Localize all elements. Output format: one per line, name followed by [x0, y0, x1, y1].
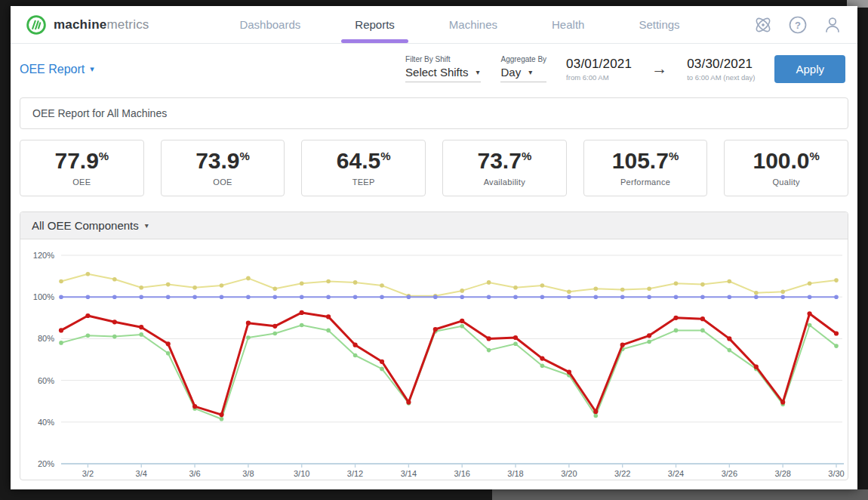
series-performance — [59, 272, 839, 298]
report-title-card: OEE Report for All Machines — [20, 97, 848, 129]
svg-text:100%: 100% — [33, 292, 54, 301]
series-oee — [59, 310, 839, 416]
y-gridlines: 120%100%80%60%40%20% — [33, 251, 842, 468]
metric-cards-row: 77.9%OEE73.9%OOE64.5%TEEP73.7%Availabili… — [20, 140, 848, 196]
metric-card-quality: 100.0%Quality — [724, 140, 848, 196]
main-nav-tabs: DashboardsReportsMachinesHealthSettings — [190, 6, 729, 43]
series-quality — [59, 295, 839, 299]
metric-label: OOE — [162, 177, 285, 187]
metric-value: 73.7% — [443, 149, 566, 173]
metric-value: 64.5% — [302, 149, 425, 173]
brand-logo[interactable]: machinemetrics — [26, 14, 190, 35]
metric-value: 77.9% — [20, 149, 143, 173]
svg-text:3/6: 3/6 — [189, 469, 200, 478]
svg-text:3/2: 3/2 — [82, 469, 94, 478]
svg-text:3/18: 3/18 — [507, 469, 523, 478]
svg-text:3/26: 3/26 — [722, 469, 737, 478]
aggregate-select[interactable]: Day ▾ — [500, 65, 546, 82]
desktop-taskbar-strip — [492, 489, 868, 500]
report-type-dropdown[interactable]: OEE Report ▾ — [20, 63, 94, 76]
x-axis: 3/23/43/63/83/103/123/143/163/183/203/22… — [61, 463, 845, 478]
report-type-label: OEE Report — [20, 63, 85, 76]
chart-area: 120%100%80%60%40%20%3/23/43/63/83/103/12… — [20, 239, 848, 481]
metric-percent-sign: % — [99, 150, 109, 162]
tab-settings[interactable]: Settings — [639, 6, 679, 43]
svg-text:120%: 120% — [33, 251, 54, 260]
oee-components-chart[interactable]: 120%100%80%60%40%20%3/23/43/63/83/103/12… — [20, 239, 848, 480]
apply-button[interactable]: Apply — [774, 55, 845, 83]
metric-percent-sign: % — [240, 150, 250, 162]
metric-card-ooe: 73.9%OOE — [161, 140, 285, 196]
arrow-right-icon: → — [651, 55, 667, 78]
metric-percent-sign: % — [380, 150, 390, 162]
svg-text:3/28: 3/28 — [774, 469, 790, 478]
chevron-down-icon: ▾ — [528, 68, 532, 76]
tab-reports[interactable]: Reports — [355, 6, 395, 43]
metric-label: Performance — [584, 177, 707, 187]
svg-text:3/20: 3/20 — [561, 469, 577, 478]
svg-text:3/12: 3/12 — [347, 469, 363, 478]
chevron-down-icon: ▾ — [476, 68, 479, 76]
svg-text:3/14: 3/14 — [401, 469, 417, 478]
machinemetrics-logo-icon — [26, 14, 47, 35]
svg-text:3/16: 3/16 — [454, 469, 469, 478]
chart-title: All OEE Components — [32, 219, 139, 232]
tab-dashboards[interactable]: Dashboards — [239, 6, 300, 43]
svg-text:3/4: 3/4 — [136, 469, 147, 478]
tab-health[interactable]: Health — [552, 6, 584, 43]
metric-label: TEEP — [302, 177, 425, 187]
brand-name: machinemetrics — [54, 17, 149, 32]
svg-text:3/24: 3/24 — [668, 469, 684, 478]
metric-card-performance: 105.7%Performance — [583, 140, 708, 196]
filter-bar: OEE Report ▾ Filter By Shift Select Shif… — [11, 44, 857, 94]
chart-type-dropdown[interactable]: All OEE Components ▾ — [20, 212, 848, 239]
svg-text:40%: 40% — [38, 417, 54, 426]
start-date-field[interactable]: 03/01/2021 from 6:00 AM — [566, 55, 632, 82]
top-nav: machinemetrics DashboardsReportsMachines… — [11, 6, 857, 44]
metric-card-oee: 77.9%OEE — [20, 140, 144, 196]
svg-text:3/30: 3/30 — [828, 469, 844, 478]
filter-controls: Filter By Shift Select Shifts ▾ Aggregat… — [405, 55, 845, 83]
svg-text:60%: 60% — [38, 375, 54, 384]
metric-value: 100.0% — [725, 149, 848, 173]
metric-card-teep: 64.5%TEEP — [301, 140, 426, 196]
metric-value: 105.7% — [584, 149, 707, 173]
help-icon[interactable]: ? — [788, 15, 808, 35]
chevron-down-icon: ▾ — [145, 221, 149, 230]
svg-text:3/22: 3/22 — [614, 469, 630, 478]
metric-percent-sign: % — [522, 150, 531, 162]
report-title: OEE Report for All Machines — [32, 107, 167, 119]
svg-text:20%: 20% — [38, 459, 54, 468]
shift-filter: Filter By Shift Select Shifts ▾ — [405, 55, 481, 82]
app-window: machinemetrics DashboardsReportsMachines… — [11, 6, 857, 489]
svg-text:?: ? — [795, 19, 801, 30]
metric-label: OEE — [20, 177, 143, 187]
user-icon[interactable] — [823, 15, 842, 35]
chevron-down-icon: ▾ — [90, 64, 94, 74]
series-availability — [59, 323, 839, 421]
metric-value: 73.9% — [162, 149, 285, 173]
svg-text:3/8: 3/8 — [242, 469, 254, 478]
metric-label: Quality — [725, 177, 848, 187]
metric-percent-sign: % — [810, 150, 820, 162]
shift-filter-select[interactable]: Select Shifts ▾ — [405, 65, 481, 82]
svg-text:80%: 80% — [38, 334, 54, 343]
aggregate-filter: Aggregate By Day ▾ — [500, 55, 546, 82]
svg-text:3/10: 3/10 — [294, 469, 309, 478]
nav-icon-group: ? — [729, 15, 842, 35]
tab-machines[interactable]: Machines — [449, 6, 497, 43]
atom-icon[interactable] — [753, 15, 773, 35]
metric-percent-sign: % — [669, 150, 679, 162]
aggregate-label: Aggregate By — [500, 55, 546, 63]
shift-filter-label: Filter By Shift — [405, 55, 481, 63]
metric-card-availability: 73.7%Availability — [442, 140, 567, 196]
metric-label: Availability — [443, 177, 566, 187]
end-date-field[interactable]: 03/30/2021 to 6:00 AM (next day) — [687, 55, 755, 82]
chart-card: All OEE Components ▾ 120%100%80%60%40%20… — [20, 211, 848, 481]
